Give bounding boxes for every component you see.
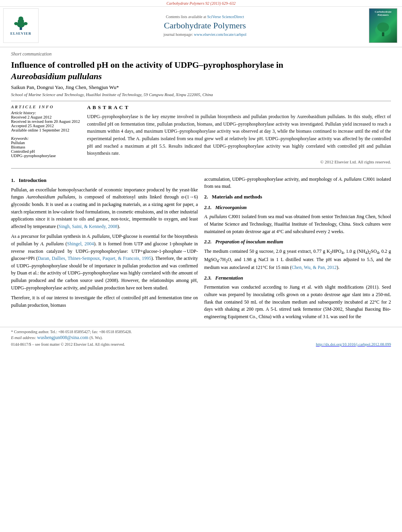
- revised-date: Received in revised form 20 August 2012: [11, 119, 80, 124]
- right-intro-cont: accumulation, UDPG–pyrophosphorylase act…: [204, 176, 391, 190]
- sub2-heading: 2.2. Preparation of inoculum medium: [204, 238, 391, 246]
- svg-point-4: [19, 17, 23, 20]
- authors-text: Saikun Pan, Dongrui Yao, Jing Chen, Shen…: [11, 84, 119, 90]
- article-type-label: Short communication: [11, 51, 391, 57]
- svg-point-8: [377, 22, 389, 32]
- elsevier-text: ELSEVIER: [10, 32, 31, 35]
- intro-title: Introduction: [19, 177, 47, 183]
- homepage-url: www.elsevier.com/locate/carbpol: [194, 32, 246, 37]
- affiliation: School of Marine Science and Technology,…: [11, 92, 391, 97]
- contents-availability-line: Contents lists available at SciVerse Sci…: [166, 15, 244, 19]
- keywords-label: Keywords:: [11, 136, 80, 141]
- homepage-link[interactable]: www.elsevier.com/locate/carbpol: [194, 32, 246, 37]
- svg-point-5: [14, 22, 18, 25]
- keyword-1: Pullulan: [11, 141, 80, 145]
- email-address: wushengjun008@sina.com: [37, 335, 88, 340]
- accepted-date: Accepted 25 August 2012: [11, 124, 80, 128]
- sub2-para: The medium contained 50 g sucrose, 2.0 g…: [204, 248, 391, 271]
- intro-para-3: Therefore, it is of our interest to inve…: [11, 294, 198, 309]
- cover-box: Carbohydrate Polymers: [369, 8, 397, 43]
- journal-citation-bar: Carbohydrate Polymers 92 (2013) 629–632: [0, 0, 402, 7]
- online-date: Available online 1 September 2012: [11, 128, 80, 132]
- svg-rect-9: [382, 32, 384, 36]
- email-link[interactable]: wushengjun008@sina.com: [37, 335, 89, 340]
- header-center: Contents lists available at SciVerse Sci…: [43, 8, 367, 43]
- journal-cover-image: Carbohydrate Polymers: [367, 8, 399, 43]
- info-abstract-row: A R T I C L E I N F O Article history: R…: [11, 104, 391, 164]
- keyword-2: Biomass: [11, 145, 80, 149]
- sub2-title: Preparation of inoculum medium: [215, 239, 283, 245]
- article-info-title: A R T I C L E I N F O: [11, 104, 80, 109]
- journal-title: Carbohydrate Polymers: [164, 20, 246, 31]
- footer-bottom: 0144-8617/$ – see front matter © 2012 El…: [11, 342, 391, 347]
- email-label: E-mail address:: [11, 336, 36, 340]
- materials-title: Materials and methods: [212, 194, 262, 200]
- sub3-title: Fermentation: [215, 275, 243, 281]
- received-date: Received 2 August 2012: [11, 115, 80, 119]
- journal-citation-text: Carbohydrate Polymers 92 (2013) 629–632: [167, 1, 236, 6]
- copyright-line: © 2012 Elsevier Ltd. All rights reserved…: [87, 159, 391, 164]
- left-column: 1. Introduction Pullulan, an exocellular…: [11, 176, 198, 323]
- divider-1: [11, 101, 391, 101]
- main-content: 1. Introduction Pullulan, an exocellular…: [0, 176, 402, 327]
- email-name: (S. Wu).: [89, 336, 103, 340]
- article-title-text: Influence of controlled pH on the activi…: [11, 60, 283, 70]
- article-title-italic: Aureobasidium pullulans: [11, 71, 102, 81]
- history-label: Article history:: [11, 111, 80, 115]
- keyword-4: UDPG–pyrophosphorylase: [11, 154, 80, 158]
- sub2-number: 2.2.: [204, 239, 212, 245]
- footer-issn: 0144-8617/$ – see front matter © 2012 El…: [11, 342, 125, 347]
- abstract-section: A B S T R A C T UDPG–pyrophosphorylase i…: [87, 104, 391, 164]
- sub1-heading: 2.1. Microorganism: [204, 204, 391, 211]
- page: Carbohydrate Polymers 92 (2013) 629–632: [0, 0, 402, 532]
- journal-header: Carbohydrate Polymers 92 (2013) 629–632: [0, 0, 402, 47]
- footnote-email: E-mail address: wushengjun008@sina.com (…: [11, 335, 391, 341]
- article-info-box: A R T I C L E I N F O Article history: R…: [11, 104, 80, 164]
- contents-text: Contents lists available at: [166, 15, 206, 19]
- elsevier-logo: ELSEVIER: [10, 16, 31, 35]
- ref-singh-link[interactable]: Singh, Saini, & Kennedy, 2008: [59, 224, 118, 229]
- footer-doi: http://dx.doi.org/10.1016/j.carbpol.2012…: [316, 342, 391, 347]
- sub1-title: Microorganism: [215, 205, 247, 210]
- keyword-3: Controlled pH: [11, 149, 80, 154]
- footnote-corresponding: * Corresponding author. Tel.: +86 0518 8…: [11, 330, 391, 334]
- sciverse-link[interactable]: SciVerse ScienceDirect: [207, 15, 244, 19]
- authors: Saikun Pan, Dongrui Yao, Jing Chen, Shen…: [11, 84, 391, 91]
- keywords-section: Keywords: Pullulan Biomass Controlled pH…: [11, 136, 80, 158]
- sub3-heading: 2.3. Fermentation: [204, 274, 391, 282]
- article-footer: * Corresponding author. Tel.: +86 0518 8…: [0, 327, 402, 348]
- abstract-body: UDPG–pyrophosphorylase is the key enzyme…: [87, 114, 391, 156]
- intro-para-2: As a precursor for pullulan synthesis in…: [11, 233, 198, 291]
- ref-daran-link[interactable]: Daran, Dallies, Thines-Sempoux, Paquet, …: [38, 256, 152, 261]
- divider-2: [11, 168, 391, 169]
- article-body: Short communication Influence of control…: [0, 47, 402, 176]
- materials-heading: 2. Materials and methods: [204, 193, 391, 201]
- right-column: accumulation, UDPG–pyrophosphorylase act…: [204, 176, 391, 323]
- cover-graphic-icon: [371, 19, 395, 38]
- sub3-number: 2.3.: [204, 275, 212, 281]
- article-title: Influence of controlled pH on the activi…: [11, 59, 391, 82]
- intro-heading: 1. Introduction: [11, 176, 198, 184]
- homepage-label: journal homepage:: [163, 32, 193, 37]
- intro-number: 1.: [11, 177, 15, 183]
- sub3-para: Fermentation was conducted according to …: [204, 284, 391, 320]
- sub1-number: 2.1.: [204, 205, 212, 210]
- elsevier-tree-icon: [11, 16, 31, 31]
- svg-point-6: [24, 22, 28, 25]
- sciverse-text: SciVerse ScienceDirect: [207, 15, 244, 19]
- header-main: ELSEVIER Contents lists available at Sci…: [0, 7, 402, 44]
- materials-number: 2.: [204, 194, 208, 200]
- abstract-text: UDPG–pyrophosphorylase is the key enzyme…: [87, 113, 391, 157]
- footer-doi-link[interactable]: http://dx.doi.org/10.1016/j.carbpol.2012…: [316, 342, 391, 347]
- intro-para-1: Pullulan, an exocellular homopolysacchar…: [11, 186, 198, 230]
- abstract-title: A B S T R A C T: [87, 104, 391, 111]
- ref-chen-link[interactable]: Chen, Wu, & Pan, 2012: [292, 265, 337, 270]
- cover-title: Carbohydrate Polymers: [371, 10, 395, 17]
- sub1-para: A. pullulans CJ001 isolated from sea mud…: [204, 213, 391, 235]
- journal-homepage: journal homepage: www.elsevier.com/locat…: [163, 32, 246, 37]
- ref-shingel-link[interactable]: Shingel, 2004: [67, 241, 94, 247]
- elsevier-logo-box: ELSEVIER: [3, 8, 39, 43]
